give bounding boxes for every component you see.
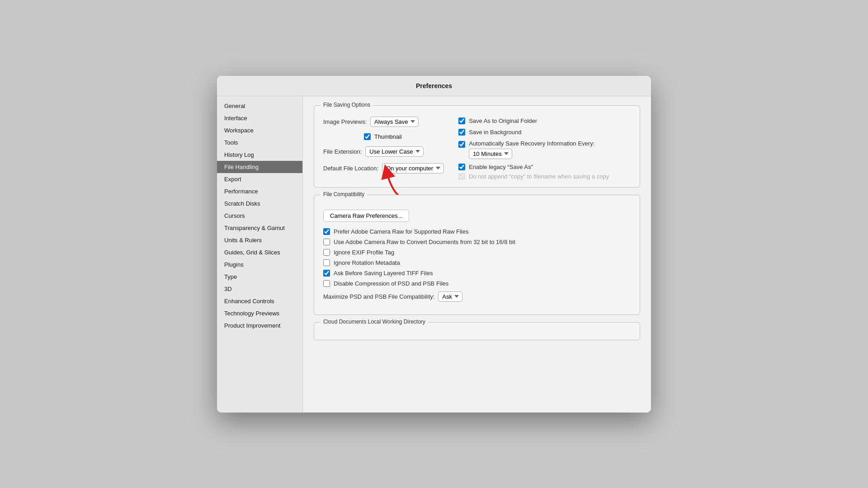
sidebar-item-general[interactable]: General bbox=[217, 100, 302, 112]
sidebar-item-workspace[interactable]: Workspace bbox=[217, 124, 302, 136]
enable-legacy-checkbox[interactable] bbox=[458, 164, 465, 170]
sidebar-item-cursors[interactable]: Cursors bbox=[217, 210, 302, 222]
auto-save-select[interactable]: 10 Minutes bbox=[469, 149, 512, 159]
cloud-documents-section: Cloud Documents Local Working Directory bbox=[314, 322, 640, 340]
sidebar: GeneralInterfaceWorkspaceToolsHistory Lo… bbox=[217, 96, 303, 413]
sidebar-item-tools[interactable]: Tools bbox=[217, 136, 302, 149]
compat-checkbox-1[interactable] bbox=[323, 239, 330, 245]
save-as-original-checkbox[interactable] bbox=[458, 117, 465, 124]
compat-label-3: Ignore Rotation Metadata bbox=[334, 259, 400, 266]
sidebar-item-file-handling[interactable]: File Handling bbox=[217, 161, 302, 173]
compat-checkbox-0[interactable] bbox=[323, 228, 330, 235]
compat-checkbox-5[interactable] bbox=[323, 280, 330, 287]
compat-label-0: Prefer Adobe Camera Raw for Supported Ra… bbox=[334, 228, 468, 235]
sidebar-item-history-log[interactable]: History Log bbox=[217, 149, 302, 161]
sidebar-item-interface[interactable]: Interface bbox=[217, 112, 302, 124]
titlebar: Preferences bbox=[217, 76, 651, 96]
compat-checkbox-3[interactable] bbox=[323, 259, 330, 266]
file-compatibility-section: File Compatibility Camera Raw Preference… bbox=[314, 195, 640, 315]
default-file-location-label: Default File Location: bbox=[323, 165, 378, 172]
compat-label-2: Ignore EXIF Profile Tag bbox=[334, 249, 394, 256]
save-in-background-label: Save in Background bbox=[469, 129, 521, 136]
file-extension-label: File Extension: bbox=[323, 148, 362, 155]
compat-item: Ignore Rotation Metadata bbox=[323, 259, 631, 266]
image-previews-select[interactable]: Always Save bbox=[370, 117, 419, 127]
sidebar-item-technology-previews[interactable]: Technology Previews bbox=[217, 307, 302, 319]
save-in-background-checkbox[interactable] bbox=[458, 129, 465, 136]
auto-save-checkbox[interactable] bbox=[458, 141, 465, 148]
main-content: File Saving Options Image Previews: Alwa… bbox=[303, 96, 651, 413]
compat-item: Disable Compression of PSD and PSB Files bbox=[323, 280, 631, 287]
enable-legacy-label: Enable legacy “Save As” bbox=[469, 164, 533, 170]
maximize-label: Maximize PSD and PSB File Compatibility: bbox=[323, 293, 434, 300]
sidebar-item-performance[interactable]: Performance bbox=[217, 185, 302, 197]
sidebar-item-type[interactable]: Type bbox=[217, 271, 302, 283]
compat-item: Use Adobe Camera Raw to Convert Document… bbox=[323, 239, 631, 245]
do-not-append-label: Do not append “copy” to filename when sa… bbox=[469, 173, 609, 180]
sidebar-item-enhanced-controls[interactable]: Enhanced Controls bbox=[217, 295, 302, 307]
default-file-location-select[interactable]: On your computer bbox=[382, 163, 444, 174]
image-previews-label: Image Previews: bbox=[323, 118, 367, 125]
compat-label-1: Use Adobe Camera Raw to Convert Document… bbox=[334, 239, 515, 245]
auto-save-label: Automatically Save Recovery Information … bbox=[469, 140, 594, 147]
compat-label-5: Disable Compression of PSD and PSB Files bbox=[334, 280, 448, 287]
file-saving-section: File Saving Options Image Previews: Alwa… bbox=[314, 105, 640, 188]
compat-label-4: Ask Before Saving Layered TIFF Files bbox=[334, 270, 433, 277]
compat-item: Ignore EXIF Profile Tag bbox=[323, 249, 631, 256]
sidebar-item-3d[interactable]: 3D bbox=[217, 283, 302, 295]
sidebar-item-scratch-disks[interactable]: Scratch Disks bbox=[217, 197, 302, 210]
compat-item: Ask Before Saving Layered TIFF Files bbox=[323, 270, 631, 277]
thumbnail-checkbox[interactable] bbox=[364, 133, 371, 140]
camera-raw-button[interactable]: Camera Raw Preferences... bbox=[323, 210, 409, 222]
save-as-original-label: Save As to Original Folder bbox=[469, 117, 537, 124]
compat-checkbox-2[interactable] bbox=[323, 249, 330, 256]
sidebar-item-transparency--gamut[interactable]: Transparency & Gamut bbox=[217, 222, 302, 234]
cloud-documents-title: Cloud Documents Local Working Directory bbox=[321, 319, 428, 325]
file-extension-select[interactable]: Use Lower Case bbox=[365, 146, 424, 157]
sidebar-item-units--rulers[interactable]: Units & Rulers bbox=[217, 234, 302, 246]
sidebar-item-guides-grid--slices[interactable]: Guides, Grid & Slices bbox=[217, 246, 302, 258]
compat-checkbox-4[interactable] bbox=[323, 270, 330, 277]
do-not-append-checkbox[interactable] bbox=[458, 173, 465, 180]
sidebar-item-export[interactable]: Export bbox=[217, 173, 302, 185]
window-title: Preferences bbox=[416, 82, 452, 89]
thumbnail-label: Thumbnail bbox=[374, 133, 402, 140]
maximize-select[interactable]: Ask bbox=[438, 291, 462, 302]
preferences-window: Preferences GeneralInterfaceWorkspaceToo… bbox=[217, 76, 651, 413]
file-compatibility-title: File Compatibility bbox=[321, 191, 367, 197]
file-saving-title: File Saving Options bbox=[321, 102, 373, 108]
sidebar-item-product-improvement[interactable]: Product Improvement bbox=[217, 319, 302, 332]
sidebar-item-plugins[interactable]: Plugins bbox=[217, 258, 302, 271]
compat-item: Prefer Adobe Camera Raw for Supported Ra… bbox=[323, 228, 631, 235]
compat-items: Prefer Adobe Camera Raw for Supported Ra… bbox=[323, 228, 631, 287]
